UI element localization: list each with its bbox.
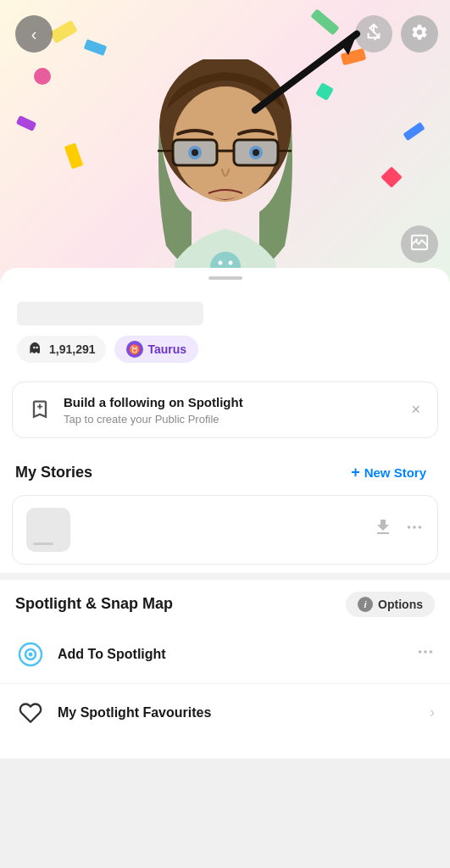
confetti-7	[403, 122, 425, 142]
arrow-annotation	[230, 17, 399, 119]
svg-line-16	[255, 34, 357, 110]
new-story-label: New Story	[364, 465, 426, 480]
gallery-button-area	[401, 225, 438, 263]
settings-button[interactable]	[401, 15, 438, 53]
profile-info: 1,91,291 ♉ Taurus	[0, 288, 450, 373]
spotlight-text: Build a following on Spotlight Tap to cr…	[64, 394, 397, 426]
story-actions	[373, 517, 424, 542]
add-spotlight-label: Add To Spotlight	[58, 647, 404, 662]
confetti-2	[84, 39, 108, 56]
confetti-6	[16, 115, 37, 131]
svg-point-1	[415, 238, 418, 241]
story-card[interactable]	[12, 495, 438, 565]
story-more-icon[interactable]	[405, 518, 424, 541]
confetti-3	[34, 68, 51, 85]
svg-point-19	[413, 526, 416, 529]
svg-point-11	[192, 149, 198, 156]
spotlight-close-button[interactable]: ×	[408, 398, 424, 422]
info-icon: i	[358, 597, 373, 612]
stats-row: 1,91,291 ♉ Taurus	[17, 336, 433, 363]
gallery-icon	[410, 233, 429, 256]
back-button[interactable]: ‹	[15, 15, 53, 53]
heart-icon	[15, 698, 46, 728]
spotlight-ring-icon	[15, 639, 46, 670]
zodiac-icon: ♉	[126, 341, 143, 358]
ghost-icon	[27, 341, 44, 358]
list-item-spotlight-favourites[interactable]: My Spotlight Favourites ›	[0, 684, 450, 742]
confetti-10	[64, 142, 84, 169]
section-divider	[0, 573, 450, 580]
back-icon: ‹	[31, 25, 37, 44]
drag-handle	[208, 276, 242, 280]
chevron-right-icon: ›	[430, 704, 435, 721]
list-item-add-spotlight[interactable]: Add To Spotlight	[0, 626, 450, 684]
header-bitmoji-area: ‹	[0, 0, 450, 288]
options-label: Options	[378, 598, 423, 611]
spotlight-section-header: Spotlight & Snap Map i Options	[0, 580, 450, 626]
plus-icon: +	[351, 464, 360, 481]
spotlight-favourites-label: My Spotlight Favourites	[58, 705, 418, 721]
gallery-button[interactable]	[401, 225, 438, 263]
svg-point-23	[29, 652, 33, 656]
story-line-indicator	[33, 542, 53, 545]
svg-point-14	[218, 261, 222, 265]
svg-point-25	[424, 650, 427, 654]
my-stories-title: My Stories	[15, 464, 92, 481]
story-download-icon[interactable]	[373, 517, 393, 542]
spotlight-build-banner[interactable]: Build a following on Spotlight Tap to cr…	[12, 381, 438, 438]
bookmark-plus-icon	[26, 396, 53, 423]
svg-point-20	[419, 526, 422, 529]
svg-point-26	[430, 650, 433, 654]
snap-score-value: 1,91,291	[49, 342, 96, 356]
bottom-drag-handle	[0, 268, 450, 288]
zodiac-badge[interactable]: ♉ Taurus	[114, 336, 199, 363]
svg-point-12	[253, 149, 259, 156]
spotlight-banner-title: Build a following on Spotlight	[64, 394, 397, 411]
confetti-1	[49, 20, 77, 44]
my-stories-header: My Stories + New Story	[0, 447, 450, 495]
spotlight-banner-subtitle: Tap to create your Public Profile	[64, 413, 397, 426]
zodiac-label: Taurus	[148, 342, 187, 356]
options-button[interactable]: i Options	[346, 592, 435, 617]
svg-point-15	[228, 261, 232, 265]
new-story-button[interactable]: + New Story	[342, 459, 435, 487]
svg-point-18	[408, 526, 411, 529]
spotlight-section-title: Spotlight & Snap Map	[15, 595, 173, 613]
confetti-8	[381, 166, 402, 187]
svg-point-24	[419, 650, 422, 654]
snap-score-badge[interactable]: 1,91,291	[17, 336, 106, 363]
spotlight-dots-icon[interactable]	[416, 643, 435, 665]
content-area: 1,91,291 ♉ Taurus Build a following on S…	[0, 288, 450, 759]
username-placeholder	[17, 302, 203, 326]
story-thumbnail	[26, 508, 70, 552]
gear-icon	[410, 23, 429, 46]
